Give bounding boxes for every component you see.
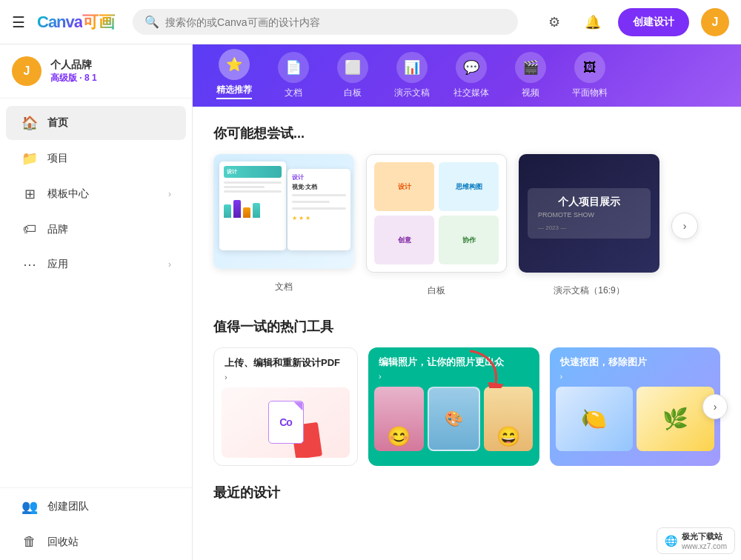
sidebar-item-home[interactable]: 🏠 首页 — [6, 106, 186, 140]
docs-icon: 📄 — [278, 52, 309, 83]
category-featured-label: 精选推荐 — [216, 84, 252, 99]
category-whiteboard-label: 白板 — [344, 87, 362, 99]
user-badge: 高级版 · 8 1 — [50, 72, 97, 84]
wb-cell-2: 思维构图 — [439, 162, 499, 211]
photo-tool-body: 😊 🎨 😄 — [368, 387, 539, 457]
pdf-tool-title: 上传、编辑和重新设计PDF — [225, 357, 347, 370]
recent-title: 最近的设计 — [213, 484, 720, 501]
doc-card-inner-2: 设计 视觉·文档 ★ ★ ★ — [288, 169, 350, 250]
user-name: 个人品牌 — [50, 59, 97, 72]
category-video-label: 视频 — [522, 87, 539, 99]
create-team-icon: 👥 — [21, 499, 39, 515]
sidebar-item-apps[interactable]: ⋯ 应用 › — [6, 247, 186, 281]
wb-cell-4: 协作 — [439, 216, 499, 264]
cutout-tool-body: 🍋 🌿 — [550, 387, 721, 457]
materials-icon: 🖼 — [574, 52, 605, 83]
cutout-tool-link: › — [560, 372, 563, 381]
ppt-title: 个人项目展示 — [538, 196, 640, 208]
tool-cutout-card[interactable]: 快速抠图，移除图片 › 🍋 🌿 — [550, 347, 721, 466]
sidebar-item-home-label: 首页 — [47, 116, 68, 130]
canva-logo-text: Canva — [37, 13, 82, 32]
tools-container: 上传、编辑和重新设计PDF › Co — [213, 347, 720, 466]
bell-button[interactable]: 🔔 — [579, 9, 606, 36]
watermark-text: 极光下载站 — [682, 531, 727, 542]
template-card-whiteboard[interactable]: 设计 思维构图 创意 协作 白板 — [366, 154, 507, 297]
cutout-tool-title: 快速抠图，移除图片 — [560, 356, 711, 369]
main-layout: J 个人品牌 高级版 · 8 1 🏠 首页 📁 项目 ⊞ 模板中心 › 🏷 — [0, 44, 741, 560]
category-social-label: 社交媒体 — [453, 87, 489, 99]
home-icon: 🏠 — [21, 115, 39, 131]
keke-logo-text: 可画 — [82, 11, 115, 33]
tools-next-button[interactable]: › — [702, 394, 728, 419]
tool-photo-card[interactable]: 编辑照片，让你的照片更出众 › — [368, 347, 539, 466]
sidebar-item-create-team[interactable]: 👥 创建团队 — [6, 490, 186, 524]
sidebar-item-trash[interactable]: 🗑 回收站 — [6, 525, 186, 559]
photo-thumb-1: 😊 — [374, 387, 424, 451]
template-doc-label: 文档 — [213, 281, 354, 293]
sidebar-item-templates-label: 模板中心 — [47, 187, 89, 201]
search-icon: 🔍 — [144, 15, 159, 29]
watermark: 🌐 极光下载站 www.xz7.com — [657, 527, 735, 554]
category-tab-whiteboard[interactable]: ⬜ 白板 — [323, 47, 382, 107]
template-whiteboard-label: 白板 — [366, 284, 507, 297]
settings-button[interactable]: ⚙ — [541, 9, 568, 36]
whiteboard-preview: 设计 思维构图 创意 协作 — [366, 154, 507, 273]
category-bar: ⭐ 精选推荐 📄 文档 ⬜ 白板 📊 演示文稿 💬 社交媒体 🎬 视频 — [193, 44, 741, 107]
category-tab-materials[interactable]: 🖼 平面物料 — [560, 47, 619, 107]
wb-cell-1: 设计 — [374, 162, 434, 211]
social-icon: 💬 — [456, 52, 487, 83]
templates-next-button[interactable]: › — [671, 213, 698, 239]
main-content: ⭐ 精选推荐 📄 文档 ⬜ 白板 📊 演示文稿 💬 社交媒体 🎬 视频 — [193, 44, 741, 560]
category-docs-label: 文档 — [285, 87, 302, 99]
cutout-tool-header: 快速抠图，移除图片 › — [550, 347, 721, 387]
sidebar-bottom: 👥 创建团队 🗑 回收站 — [0, 487, 192, 560]
apps-icon: ⋯ — [21, 256, 39, 273]
templates-arrow-icon: › — [168, 189, 171, 199]
tool-pdf-card[interactable]: 上传、编辑和重新设计PDF › Co — [213, 347, 358, 466]
watermark-url: www.xz7.com — [682, 542, 727, 550]
featured-icon: ⭐ — [219, 49, 250, 80]
search-bar: 🔍 — [133, 9, 518, 35]
cutout-thumb-1: 🍋 — [556, 387, 634, 451]
hot-tools-section: 值得一试的热门工具 上传、编辑和重新设计PDF › — [213, 318, 720, 466]
category-tab-video[interactable]: 🎬 视频 — [501, 47, 560, 107]
ppt-year: — 2023 — — [538, 224, 640, 231]
sidebar-item-templates[interactable]: ⊞ 模板中心 › — [6, 177, 186, 211]
sidebar-item-projects-label: 项目 — [47, 152, 68, 165]
projects-icon: 📁 — [21, 150, 39, 167]
template-card-presentation[interactable]: 个人项目展示 PROMOTE SHOW — 2023 — 演示文稿（16:9） — [519, 154, 659, 297]
brand-icon: 🏷 — [21, 221, 39, 237]
chevron-right-icon: › — [683, 220, 687, 232]
category-tab-presentation[interactable]: 📊 演示文稿 — [382, 47, 442, 107]
category-materials-label: 平面物料 — [572, 87, 608, 99]
search-input[interactable] — [165, 16, 506, 28]
sidebar-item-apps-label: 应用 — [47, 258, 68, 271]
pdf-tool-header: 上传、编辑和重新设计PDF › — [214, 348, 357, 387]
category-tab-social[interactable]: 💬 社交媒体 — [442, 47, 501, 107]
ppt-subtitle: PROMOTE SHOW — [538, 211, 640, 219]
doc-header-strip: 设计 — [224, 166, 282, 178]
user-section: J 个人品牌 高级版 · 8 1 — [0, 44, 192, 99]
sidebar: J 个人品牌 高级版 · 8 1 🏠 首页 📁 项目 ⊞ 模板中心 › 🏷 — [0, 44, 193, 560]
watermark-content: 极光下载站 www.xz7.com — [682, 531, 727, 550]
sidebar-item-brand-label: 品牌 — [47, 223, 68, 236]
templates-icon: ⊞ — [21, 186, 39, 202]
user-avatar-header[interactable]: J — [701, 8, 729, 36]
category-tab-featured[interactable]: ⭐ 精选推荐 — [205, 44, 264, 107]
sidebar-item-create-team-label: 创建团队 — [47, 500, 89, 513]
content-inner: 你可能想尝试... 设计 — [193, 107, 741, 519]
recent-section: 最近的设计 — [213, 484, 720, 501]
template-card-doc[interactable]: 设计 — [213, 154, 354, 293]
sidebar-item-projects[interactable]: 📁 项目 — [6, 141, 186, 176]
pdf-doc-icon: Co — [268, 401, 304, 444]
photo-thumb-3: 😄 — [484, 387, 534, 451]
category-tab-docs[interactable]: 📄 文档 — [264, 47, 323, 107]
create-design-button[interactable]: 创建设计 — [618, 8, 689, 36]
sidebar-item-brand[interactable]: 🏷 品牌 — [6, 213, 186, 246]
user-avatar-sidebar[interactable]: J — [12, 56, 41, 86]
template-presentation-label: 演示文稿（16:9） — [519, 284, 659, 297]
logo[interactable]: Canva 可画 — [37, 11, 115, 33]
photo-tool-header: 编辑照片，让你的照片更出众 › — [368, 347, 539, 387]
menu-icon[interactable]: ☰ — [12, 13, 25, 31]
tools-chevron-right-icon: › — [714, 401, 717, 413]
